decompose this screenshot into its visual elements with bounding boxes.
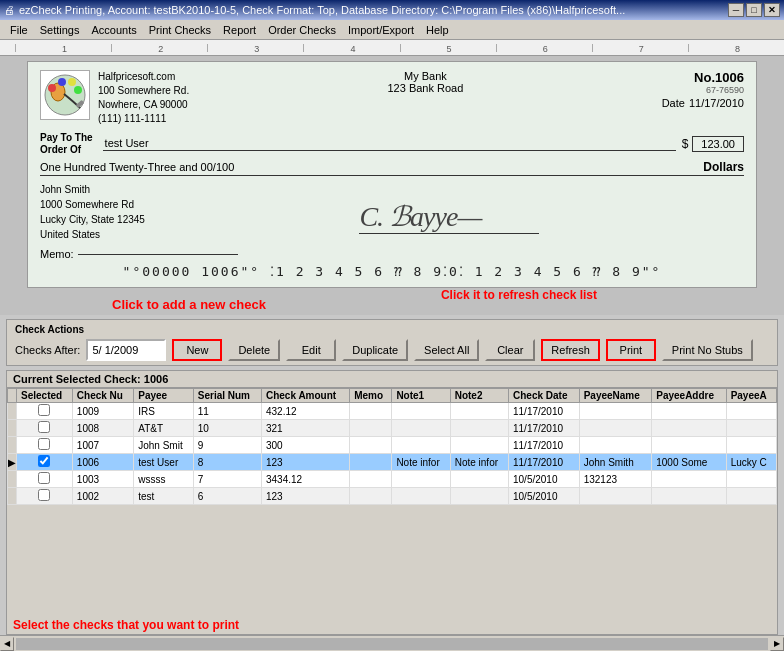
row-checkbox-cell[interactable] xyxy=(17,403,73,420)
row-payee-name xyxy=(579,437,652,454)
row-check-num: 1003 xyxy=(72,471,133,488)
row-checkbox-cell[interactable] xyxy=(17,488,73,505)
row-note1: Note infor xyxy=(392,454,450,471)
refresh-button[interactable]: Refresh xyxy=(541,339,600,361)
col-payee-name: PayeeName xyxy=(579,389,652,403)
col-payee: Payee xyxy=(134,389,194,403)
table-header-row: Selected Check Nu Payee Serial Num Check… xyxy=(8,389,777,403)
row-note1 xyxy=(392,420,450,437)
row-check-num: 1007 xyxy=(72,437,133,454)
close-button[interactable]: ✕ xyxy=(764,3,780,17)
row-checkbox[interactable] xyxy=(38,404,50,416)
menu-report[interactable]: Report xyxy=(217,22,262,38)
col-date: Check Date xyxy=(509,389,580,403)
clear-button[interactable]: Clear xyxy=(485,339,535,361)
scrollbar-track[interactable] xyxy=(16,638,768,650)
signature-line xyxy=(359,233,539,234)
date-value: 11/17/2010 xyxy=(689,97,744,109)
svg-point-2 xyxy=(48,84,56,92)
table-row[interactable]: ▶ 1006 test User 8 123 Note infor Note i… xyxy=(8,454,777,471)
row-checkbox[interactable] xyxy=(38,455,50,467)
row-note2 xyxy=(450,437,508,454)
title-text: ezCheck Printing, Account: testBK2010-10… xyxy=(19,4,728,16)
print-button[interactable]: Print xyxy=(606,339,656,361)
menu-import-export[interactable]: Import/Export xyxy=(342,22,420,38)
title-bar: 🖨 ezCheck Printing, Account: testBK2010-… xyxy=(0,0,784,20)
row-indicator xyxy=(8,437,17,454)
duplicate-button[interactable]: Duplicate xyxy=(342,339,408,361)
menu-help[interactable]: Help xyxy=(420,22,455,38)
col-note1: Note1 xyxy=(392,389,450,403)
ruler-mark-3: 3 xyxy=(207,44,303,52)
menu-print-checks[interactable]: Print Checks xyxy=(143,22,217,38)
row-indicator: ▶ xyxy=(8,454,17,471)
row-payee-addr xyxy=(652,471,726,488)
table-row[interactable]: 1008 AT&T 10 321 11/17/2010 xyxy=(8,420,777,437)
table-row[interactable]: 1009 IRS 11 432.12 11/17/2010 xyxy=(8,403,777,420)
horizontal-scrollbar[interactable]: ◀ ▶ xyxy=(0,635,784,651)
checks-after-input[interactable] xyxy=(86,339,166,361)
row-check-num: 1008 xyxy=(72,420,133,437)
table-row[interactable]: 1002 test 6 123 10/5/2010 xyxy=(8,488,777,505)
row-memo xyxy=(350,454,392,471)
row-payee-a xyxy=(726,488,776,505)
row-note1 xyxy=(392,403,450,420)
memo-line: Memo: xyxy=(40,248,744,260)
row-checkbox-cell[interactable] xyxy=(17,437,73,454)
row-indicator xyxy=(8,420,17,437)
row-note2 xyxy=(450,420,508,437)
row-payee-a xyxy=(726,471,776,488)
row-payee-name: John Smith xyxy=(579,454,652,471)
payee-name-line: test User xyxy=(103,137,676,151)
row-checkbox-cell[interactable] xyxy=(17,420,73,437)
menu-order-checks[interactable]: Order Checks xyxy=(262,22,342,38)
select-all-button[interactable]: Select All xyxy=(414,339,479,361)
row-amount: 321 xyxy=(261,420,349,437)
minimize-button[interactable]: ─ xyxy=(728,3,744,17)
row-payee-a xyxy=(726,437,776,454)
col-amount: Check Amount xyxy=(261,389,349,403)
row-check-num: 1006 xyxy=(72,454,133,471)
table-row[interactable]: 1007 John Smit 9 300 11/17/2010 xyxy=(8,437,777,454)
row-payee-addr xyxy=(652,437,726,454)
row-serial: 11 xyxy=(193,403,261,420)
row-note2 xyxy=(450,471,508,488)
edit-button[interactable]: Edit xyxy=(286,339,336,361)
row-payee: test User xyxy=(134,454,194,471)
row-date: 10/5/2010 xyxy=(509,471,580,488)
menu-settings[interactable]: Settings xyxy=(34,22,86,38)
row-checkbox[interactable] xyxy=(38,489,50,501)
check-body: John Smith 1000 Somewhere Rd Lucky City,… xyxy=(40,182,744,242)
table-row[interactable]: 1003 wssss 7 3434.12 10/5/2010 132123 xyxy=(8,471,777,488)
delete-button[interactable]: Delete xyxy=(228,339,280,361)
row-note2: Note infor xyxy=(450,454,508,471)
row-checkbox-cell[interactable] xyxy=(17,454,73,471)
maximize-button[interactable]: □ xyxy=(746,3,762,17)
row-payee-a xyxy=(726,420,776,437)
new-button[interactable]: New xyxy=(172,339,222,361)
checks-table-area: Current Selected Check: 1006 Selected Ch… xyxy=(6,370,778,635)
print-no-stubs-button[interactable]: Print No Stubs xyxy=(662,339,753,361)
menu-accounts[interactable]: Accounts xyxy=(85,22,142,38)
row-note1 xyxy=(392,488,450,505)
table-wrapper[interactable]: Selected Check Nu Payee Serial Num Check… xyxy=(7,388,777,616)
micr-line: "°00000 1006"° ⁚1 2 3 4 5 6 ⁇ 8 9⁚0⁚ 1 2… xyxy=(40,264,744,279)
scroll-right-button[interactable]: ▶ xyxy=(770,637,784,651)
menu-file[interactable]: File xyxy=(4,22,34,38)
col-selected: Selected xyxy=(17,389,73,403)
check-company-info: Halfpricesoft.com 100 Somewhere Rd. Nowh… xyxy=(40,70,189,126)
scroll-left-button[interactable]: ◀ xyxy=(0,637,14,651)
ruler-mark-7: 7 xyxy=(592,44,688,52)
row-amount: 300 xyxy=(261,437,349,454)
svg-point-4 xyxy=(68,78,76,86)
row-date: 11/17/2010 xyxy=(509,403,580,420)
ruler-mark-6: 6 xyxy=(496,44,592,52)
row-note2 xyxy=(450,488,508,505)
row-checkbox[interactable] xyxy=(38,421,50,433)
add-check-annotation: Click to add a new check xyxy=(112,297,266,312)
row-memo xyxy=(350,488,392,505)
row-checkbox[interactable] xyxy=(38,472,50,484)
check-logo xyxy=(40,70,90,120)
row-checkbox[interactable] xyxy=(38,438,50,450)
row-checkbox-cell[interactable] xyxy=(17,471,73,488)
